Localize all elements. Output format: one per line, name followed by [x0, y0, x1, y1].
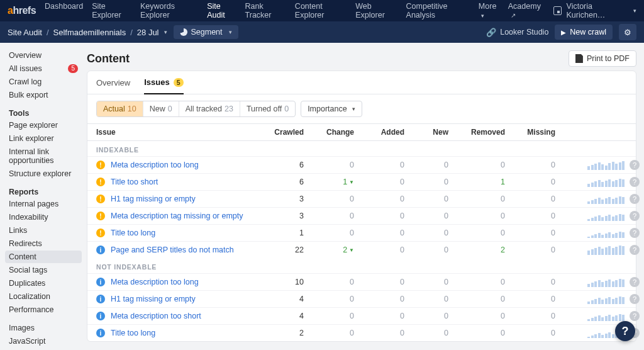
issue-link[interactable]: iMeta description too short	[96, 312, 260, 320]
help-icon[interactable]: ?	[630, 277, 640, 287]
settings-button[interactable]: ⚙	[619, 24, 636, 40]
sidebar-item-label: Links	[9, 226, 27, 235]
issue-link[interactable]: !H1 tag missing or empty	[96, 195, 260, 203]
nav-item-site-explorer[interactable]: Site Explorer	[92, 2, 131, 20]
question-icon: ?	[622, 325, 629, 338]
sidebar-item-content[interactable]: Content	[5, 251, 82, 263]
sidebar-item-redirects[interactable]: Redirects	[5, 237, 82, 250]
pill-label: All tracked	[186, 104, 222, 113]
sidebar-item-indexability[interactable]: Indexability	[5, 211, 82, 223]
user-menu[interactable]: Victoria Kurichen… ▾	[553, 2, 636, 20]
sidebar-item-label: Link explorer	[9, 134, 54, 143]
help-icon[interactable]: ?	[630, 211, 640, 221]
issue-link[interactable]: iH1 tag missing or empty	[96, 295, 260, 303]
col-change[interactable]: Change	[304, 128, 354, 137]
sidebar-item-duplicates[interactable]: Duplicates	[5, 277, 82, 290]
print-pdf-button[interactable]: Print to PDF	[569, 50, 636, 67]
nav-item-site-audit[interactable]: Site Audit	[207, 2, 236, 20]
nav-item-dashboard[interactable]: Dashboard	[45, 2, 83, 20]
help-icon[interactable]: ?	[630, 194, 640, 204]
sidebar-item-internal-pages[interactable]: Internal pages	[5, 198, 82, 210]
help-fab[interactable]: ?	[615, 321, 635, 341]
cell-change: 0	[304, 312, 354, 320]
col-added[interactable]: Added	[354, 128, 404, 137]
cell: 0	[448, 295, 505, 303]
sparkline	[555, 294, 625, 304]
sidebar-item-images[interactable]: Images	[5, 322, 82, 334]
help-icon[interactable]: ?	[630, 228, 640, 238]
sidebar-item-link-explorer[interactable]: Link explorer	[5, 132, 82, 145]
chevron-down-icon: ▾	[481, 13, 484, 19]
crumb-sep: /	[47, 28, 49, 37]
issue-link[interactable]: !Title too long	[96, 229, 260, 237]
crumb-section[interactable]: Site Audit	[8, 28, 42, 37]
help-icon[interactable]: ?	[630, 294, 640, 304]
issue-link[interactable]: iPage and SERP titles do not match	[96, 246, 260, 254]
pill-count: 0	[168, 104, 172, 113]
sidebar-item-structure-explorer[interactable]: Structure explorer	[5, 167, 82, 180]
nav-item-more[interactable]: More▾	[479, 2, 499, 20]
sidebar-item-bulk-export[interactable]: Bulk export	[5, 89, 82, 101]
help-icon[interactable]: ?	[630, 160, 640, 170]
issue-link[interactable]: !Title too short	[96, 178, 260, 186]
sidebar-item-crawl-log[interactable]: Crawl log	[5, 76, 82, 88]
issue-link[interactable]: iTitle too long	[96, 329, 260, 337]
cell-change: 0	[304, 295, 354, 303]
brand-logo[interactable]: ahrefs	[8, 5, 36, 16]
col-new[interactable]: New	[404, 128, 448, 137]
sidebar-item-social-tags[interactable]: Social tags	[5, 264, 82, 276]
cell: 0	[448, 229, 505, 237]
sidebar-item-label: Content	[9, 252, 36, 261]
col-missing[interactable]: Missing	[505, 128, 555, 137]
importance-filter[interactable]: Importance ▾	[301, 101, 362, 117]
sidebar-item-links[interactable]: Links	[5, 224, 82, 237]
crumb-date-picker[interactable]: 28 Jul ▾	[137, 28, 167, 37]
sidebar-item-page-explorer[interactable]: Page explorer	[5, 119, 82, 132]
crumb-project[interactable]: Selfmademillennials	[53, 28, 126, 37]
sidebar-item-internal-link-opportunities[interactable]: Internal link opportunities	[5, 145, 82, 167]
nav-academy[interactable]: Academy↗	[508, 2, 545, 20]
table-header: Issue Crawled Change Added New Removed M…	[87, 123, 636, 141]
help-icon[interactable]: ?	[630, 311, 640, 321]
col-removed[interactable]: Removed	[448, 128, 505, 137]
sidebar-item-javascript[interactable]: JavaScript	[5, 335, 82, 347]
new-crawl-button[interactable]: ▶ New crawl	[555, 25, 613, 40]
issue-name: Title too long	[111, 229, 155, 237]
sidebar-item-overview[interactable]: Overview	[5, 49, 82, 62]
sidebar-item-performance[interactable]: Performance	[5, 303, 82, 316]
brand-rest: hrefs	[13, 5, 36, 16]
tab-issues[interactable]: Issues5	[144, 77, 183, 94]
issue-link[interactable]: iMeta description too long	[96, 278, 260, 286]
filter-pill-new[interactable]: New0	[143, 101, 179, 116]
col-crawled[interactable]: Crawled	[260, 128, 304, 137]
issue-link[interactable]: !Meta description too long	[96, 161, 260, 169]
filter-pill-turned-off[interactable]: Turned off0	[240, 101, 295, 116]
col-issue[interactable]: Issue	[96, 128, 260, 137]
filter-pill-all-tracked[interactable]: All tracked23	[179, 101, 240, 116]
segment-button[interactable]: Segment ▾	[174, 25, 238, 39]
nav-item-competitive-analysis[interactable]: Competitive Analysis	[406, 2, 470, 20]
user-name: Victoria Kurichen…	[567, 2, 626, 20]
sidebar-item-localization[interactable]: Localization	[5, 290, 82, 303]
sidebar-item-label: Redirects	[9, 239, 42, 248]
nav-item-rank-tracker[interactable]: Rank Tracker	[245, 2, 286, 20]
issue-name: H1 tag missing or empty	[111, 295, 196, 303]
warning-icon: !	[96, 195, 105, 203]
looker-studio-link[interactable]: 🔗 Looker Studio	[486, 28, 548, 37]
issue-link[interactable]: !Meta description tag missing or empty	[96, 212, 260, 220]
cell: 0	[505, 295, 555, 303]
sparkline	[555, 177, 625, 187]
cell: 0	[448, 329, 505, 337]
nav-item-web-explorer[interactable]: Web Explorer	[355, 2, 397, 20]
sidebar-item-label: Internal pages	[9, 200, 58, 208]
tab-overview[interactable]: Overview	[96, 78, 130, 94]
help-icon[interactable]: ?	[630, 177, 640, 187]
new-crawl-label: New crawl	[570, 28, 606, 37]
cell-change: 1▼	[304, 178, 354, 186]
nav-item-content-explorer[interactable]: Content Explorer	[295, 2, 347, 20]
help-icon[interactable]: ?	[630, 245, 640, 255]
filter-pill-actual[interactable]: Actual10	[97, 101, 143, 116]
sidebar-item-all-issues[interactable]: All issues5	[5, 62, 82, 75]
nav-item-keywords-explorer[interactable]: Keywords Explorer	[140, 2, 198, 20]
tabs: OverviewIssues5	[87, 71, 636, 94]
